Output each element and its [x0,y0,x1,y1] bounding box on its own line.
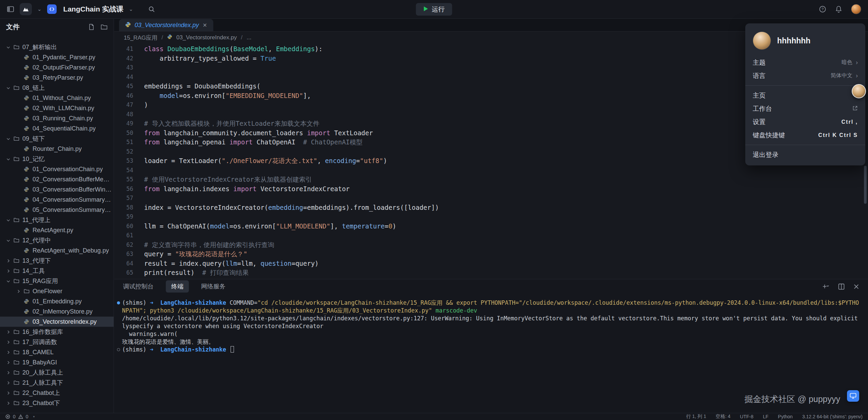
tree-item-file[interactable]: 05_ConversationSummaryBuff... [0,205,114,215]
menu-divider [745,145,865,145]
ide-logo[interactable] [20,3,32,15]
tree-item-file[interactable]: Rounter_Chain.py [0,144,114,154]
split-panel-icon[interactable] [838,283,845,290]
tree-item-file[interactable]: 01_Without_Chain.py [0,93,114,103]
tree-item-file[interactable]: 03_VectorstoreIndex.py [0,317,114,327]
tree-item-folder[interactable]: 22_Chatbot上 [0,388,114,398]
line-number: 55 [114,175,133,184]
editor-tab[interactable]: 03_VectorstoreIndex.py ✕ [119,19,213,31]
tree-item-folder[interactable]: 14_工具 [0,266,114,276]
menu-item-theme[interactable]: 主题 暗色› [745,56,865,69]
tree-item-file[interactable]: 02_With_LLMChain.py [0,103,114,113]
tree-item-file[interactable]: ReActAgent.py [0,225,114,235]
tree-item-folder[interactable]: 17_回调函数 [0,337,114,347]
panel-tab-debug-console[interactable]: 调试控制台 [123,282,154,291]
code-line[interactable]: 55# 使用VectorstoreIndexCreator来从加载器创建索引 [114,175,868,184]
menu-item-workbench[interactable]: 工作台 [745,102,865,115]
tree-item-file[interactable]: 02_InMemoryStore.py [0,306,114,317]
tree-item-folder[interactable]: 11_代理上 [0,215,114,225]
tree-item-folder[interactable]: OneFlower [0,286,114,296]
tree-item-file[interactable]: 01_ConversationChain.py [0,164,114,174]
error-count[interactable]: 0 [13,414,16,419]
line-number: 46 [114,91,133,101]
project-title[interactable]: LangChain 实战课 [63,4,123,14]
tree-item-folder[interactable]: 19_BabyAGI [0,357,114,367]
menu-item-language[interactable]: 语言 简体中文› [745,69,865,82]
code-line[interactable]: 59 [114,212,868,222]
eol-setting[interactable]: LF [763,414,768,419]
tree-item-folder[interactable]: 07_解析输出 [0,42,114,52]
warning-count[interactable]: 0 [26,414,28,419]
tree-item-label: 01_Pydantic_Parser.py [33,54,95,61]
tree-item-folder[interactable]: 20_人脉工具上 [0,367,114,378]
editor-scrollbar[interactable] [864,166,867,204]
tree-item-label: 08_链上 [22,84,45,92]
floating-user-avatar[interactable] [852,84,866,98]
panel-tab-network[interactable]: 网络服务 [201,282,225,291]
code-line[interactable]: 58index = VectorstoreIndexCreator(embedd… [114,203,868,213]
new-terminal-icon[interactable] [822,283,829,289]
code-line[interactable]: 62# 定义查询字符串，使用创建的索引执行查询 [114,240,868,250]
tree-item-file[interactable]: ReActAgent_with_Debug.py [0,245,114,256]
tree-item-folder[interactable]: 15_RAG应用 [0,276,114,286]
folder-icon [22,288,31,294]
menu-item-settings[interactable]: 设置 Ctrl , [745,115,865,128]
new-file-icon[interactable] [88,24,95,30]
menu-item-home[interactable]: 主页 [745,89,865,102]
floating-widget-icon[interactable] [847,390,859,402]
search-icon[interactable] [148,6,155,13]
tree-item-file[interactable]: 03_Running_Chain.py [0,113,114,123]
logo-chevron-down-icon[interactable]: ⌄ [37,6,42,12]
tree-item-folder[interactable]: 08_链上 [0,83,114,93]
code-line[interactable]: 56from langchain.indexes import Vectorst… [114,184,868,194]
tree-item-file[interactable]: 02_OutputFixParser.py [0,62,114,73]
breadcrumb-file[interactable]: 03_VectorstoreIndex.py [176,34,237,41]
menu-item-logout[interactable]: 退出登录 [745,148,865,161]
code-line[interactable]: 64result = index.query(llm=llm, question… [114,259,868,268]
theme-value: 暗色 [842,59,852,66]
language-mode[interactable]: Python [778,414,793,419]
code-line[interactable]: 63query = "玫瑰花的花语是什么？" [114,249,868,259]
tree-item-folder[interactable]: 23_Chatbot下 [0,398,114,408]
python-interpreter[interactable]: 3.12.2 64-bit ('shims': pyenv) [802,414,863,419]
tree-item-file[interactable]: 02_ConversationBufferMemor... [0,174,114,184]
new-folder-icon[interactable] [101,24,107,30]
menu-item-keyboard-shortcuts[interactable]: 键盘快捷键 Ctrl K Ctrl S [745,128,865,142]
tree-item-folder[interactable]: 13_代理下 [0,256,114,266]
code-line[interactable]: 57 [114,194,868,203]
sidebar-toggle-icon[interactable] [7,5,14,13]
errors-icon[interactable] [5,414,10,419]
tab-close-icon[interactable]: ✕ [202,22,207,28]
tree-item-file[interactable]: 01_Embedding.py [0,296,114,306]
tree-item-file[interactable]: 03_ConversationBufferWindo... [0,184,114,195]
notifications-bell-icon[interactable] [835,5,842,13]
user-avatar[interactable] [851,4,861,14]
tree-item-folder[interactable]: 16_操作数据库 [0,327,114,337]
indent-setting[interactable]: 空格: 4 [716,414,731,420]
tree-item-folder[interactable]: 18_CAMEL [0,347,114,357]
tree-item-file[interactable]: 04_ConversationSummaryMe... [0,195,114,205]
code-line[interactable]: 65print(result) # 打印查询结果 [114,268,868,278]
terminal-output[interactable]: (shims) ➜ LangChain-shizhanke COMMAND="c… [114,299,861,389]
breadcrumb-more[interactable]: ... [246,34,251,41]
tree-item-label: 05_ConversationSummaryBuff... [33,206,114,214]
tree-item-folder[interactable]: 09_链下 [0,134,114,144]
run-button[interactable]: 运行 [416,3,452,16]
code-line[interactable]: 61 [114,231,868,240]
tree-item-folder[interactable]: 21_人脉工具下 [0,378,114,388]
panel-tab-terminal[interactable]: 终端 [166,280,189,293]
close-panel-icon[interactable] [853,284,859,289]
project-chevron-down-icon[interactable]: ⌄ [129,6,133,12]
tree-item-folder[interactable]: 10_记忆 [0,154,114,164]
code-line[interactable]: 60llm = ChatOpenAI(model=os.environ["LLM… [114,222,868,231]
tree-item-file[interactable]: 04_SequentialChain.py [0,123,114,134]
cursor-position[interactable]: 行 1, 列 1 [686,414,706,420]
help-icon[interactable]: ? [819,5,826,13]
code-line[interactable]: 54 [114,166,868,175]
warnings-icon[interactable] [18,414,23,419]
tree-item-folder[interactable]: 12_代理中 [0,235,114,245]
tree-item-file[interactable]: 03_RetryParser.py [0,73,114,83]
breadcrumb-folder[interactable]: 15_RAG应用 [124,34,157,42]
encoding[interactable]: UTF-8 [740,414,753,419]
tree-item-file[interactable]: 01_Pydantic_Parser.py [0,52,114,62]
